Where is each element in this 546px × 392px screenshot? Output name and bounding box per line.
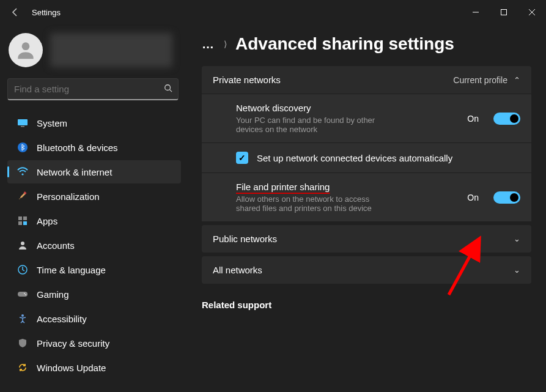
- svg-rect-8: [21, 126, 24, 127]
- svg-rect-15: [23, 221, 27, 225]
- titlebar: Settings: [0, 0, 546, 24]
- nav-label: Accounts: [37, 240, 75, 251]
- gaming-icon: [17, 289, 28, 300]
- nav-accessibility[interactable]: Accessibility: [7, 307, 181, 330]
- search-input[interactable]: [8, 84, 158, 94]
- nav-label: System: [37, 118, 67, 128]
- nav-system[interactable]: System: [7, 111, 181, 135]
- breadcrumb-more-icon[interactable]: …: [202, 37, 215, 51]
- paintbrush-icon: [17, 191, 28, 202]
- maximize-button[interactable]: [490, 2, 518, 22]
- window-title: Settings: [32, 8, 61, 17]
- chevron-up-icon: ⌄: [514, 75, 520, 84]
- svg-rect-13: [23, 216, 27, 220]
- svg-point-10: [21, 173, 23, 175]
- all-networks-card[interactable]: All networks ⌄: [202, 256, 531, 284]
- toggle-label: On: [467, 114, 479, 124]
- nav-label: Privacy & security: [37, 338, 109, 349]
- nav-windows-update[interactable]: Windows Update: [7, 356, 181, 379]
- card-title: Private networks: [213, 75, 281, 85]
- file-printer-sharing-row: File and printer sharing Allow others on…: [202, 172, 531, 221]
- nav-gaming[interactable]: Gaming: [7, 283, 181, 306]
- profile-area[interactable]: [9, 33, 186, 67]
- svg-point-19: [24, 293, 25, 294]
- nav-network[interactable]: Network & internet: [7, 160, 181, 183]
- current-profile-badge: Current profile: [453, 75, 507, 85]
- nav-label: Apps: [37, 216, 57, 226]
- svg-point-20: [25, 294, 26, 295]
- back-button[interactable]: [4, 1, 27, 24]
- nav-label: Windows Update: [37, 363, 106, 373]
- accessibility-icon: [17, 313, 28, 324]
- private-networks-card: Private networks Current profile ⌄ Netwo…: [202, 66, 531, 221]
- file-printer-sharing-toggle[interactable]: [493, 191, 520, 204]
- display-icon: [17, 117, 28, 128]
- page-title: Advanced sharing settings: [235, 34, 454, 54]
- svg-rect-14: [18, 221, 22, 225]
- nav-label: Time & language: [37, 265, 106, 275]
- nav-list: System Bluetooth & devices Network & int…: [7, 111, 187, 379]
- network-discovery-toggle[interactable]: [493, 113, 520, 125]
- toggle-label: On: [467, 193, 479, 202]
- nav-label: Personalization: [37, 191, 100, 202]
- svg-rect-12: [18, 216, 22, 220]
- update-icon: [17, 362, 28, 373]
- shield-icon: [17, 338, 28, 349]
- row-desc: Allow others on the network to access sh…: [236, 194, 395, 213]
- card-title: All networks: [213, 265, 262, 275]
- search-icon: [158, 84, 178, 94]
- profile-info-redacted: [50, 33, 172, 67]
- auto-setup-row[interactable]: ✓ Set up network connected devices autom…: [202, 142, 531, 172]
- related-support-heading: Related support: [202, 300, 531, 310]
- svg-point-4: [22, 42, 30, 50]
- checkbox-label: Set up network connected devices automat…: [257, 153, 452, 163]
- nav-label: Network & internet: [37, 167, 112, 177]
- sidebar: System Bluetooth & devices Network & int…: [0, 24, 187, 392]
- nav-privacy[interactable]: Privacy & security: [7, 331, 181, 355]
- main-content: … ⟩ Advanced sharing settings Private ne…: [187, 24, 546, 392]
- private-networks-header[interactable]: Private networks Current profile ⌄: [202, 66, 531, 94]
- clock-globe-icon: [17, 264, 28, 275]
- chevron-right-icon: ⟩: [224, 39, 227, 49]
- network-discovery-row: Network discovery Your PC can find and b…: [202, 94, 531, 142]
- bluetooth-icon: [17, 142, 28, 153]
- svg-rect-7: [18, 119, 28, 125]
- wifi-icon: [17, 166, 28, 177]
- svg-point-16: [21, 242, 24, 245]
- row-desc: Your PC can find and be found by other d…: [236, 116, 395, 134]
- minimize-button[interactable]: [462, 2, 490, 22]
- nav-time-language[interactable]: Time & language: [7, 258, 181, 281]
- svg-line-6: [170, 90, 172, 92]
- checkbox-checked-icon[interactable]: ✓: [236, 152, 248, 164]
- public-networks-card[interactable]: Public networks ⌄: [202, 225, 531, 253]
- svg-point-5: [165, 85, 171, 91]
- nav-label: Gaming: [37, 289, 69, 300]
- search-field[interactable]: [7, 78, 179, 100]
- chevron-down-icon: ⌄: [514, 234, 520, 243]
- row-title: File and printer sharing: [236, 182, 457, 192]
- svg-rect-1: [501, 10, 507, 15]
- row-title: Network discovery: [236, 103, 457, 113]
- avatar: [9, 33, 43, 67]
- apps-icon: [17, 215, 28, 226]
- nav-bluetooth[interactable]: Bluetooth & devices: [7, 136, 181, 159]
- svg-point-21: [21, 314, 24, 317]
- account-icon: [17, 240, 28, 251]
- close-button[interactable]: [518, 2, 546, 22]
- svg-rect-18: [18, 292, 28, 297]
- nav-label: Bluetooth & devices: [37, 142, 118, 153]
- nav-apps[interactable]: Apps: [7, 209, 181, 232]
- nav-accounts[interactable]: Accounts: [7, 234, 181, 257]
- nav-label: Accessibility: [37, 314, 87, 324]
- chevron-down-icon: ⌄: [514, 265, 520, 275]
- card-title: Public networks: [213, 234, 277, 244]
- breadcrumb: … ⟩ Advanced sharing settings: [202, 34, 531, 54]
- nav-personalization[interactable]: Personalization: [7, 185, 181, 208]
